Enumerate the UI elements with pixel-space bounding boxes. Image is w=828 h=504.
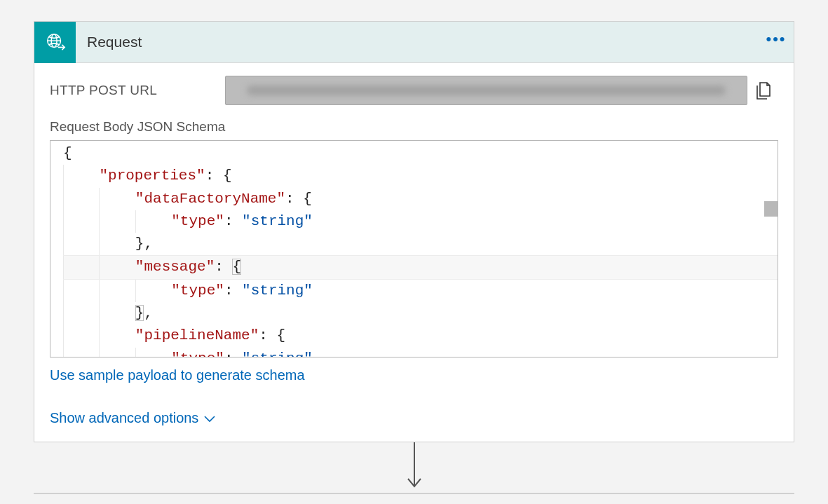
advanced-options-label: Show advanced options (50, 410, 198, 426)
chevron-down-icon (203, 414, 217, 423)
json-schema-editor[interactable]: { "properties": { "dataFactoryName": { "… (50, 140, 778, 357)
globe-arrow-icon (34, 22, 76, 63)
copy-url-button[interactable] (747, 81, 778, 100)
card-menu-button[interactable]: ••• (759, 30, 794, 54)
http-post-url-label: HTTP POST URL (50, 83, 225, 98)
http-post-url-field[interactable] (225, 76, 747, 105)
next-card-edge (34, 493, 794, 494)
card-header: Request ••• (34, 22, 794, 63)
card-body: HTTP POST URL Request Body JSON Schema {… (34, 63, 794, 442)
copy-icon (754, 81, 772, 100)
schema-label: Request Body JSON Schema (50, 119, 778, 135)
card-title: Request (76, 34, 759, 50)
arrow-down-icon (404, 442, 425, 493)
url-redacted (247, 86, 726, 95)
http-post-url-row: HTTP POST URL (50, 76, 778, 105)
code-content: { "properties": { "dataFactoryName": { "… (50, 141, 778, 357)
sample-payload-link[interactable]: Use sample payload to generate schema (50, 367, 305, 383)
ellipsis-icon: ••• (766, 30, 786, 48)
show-advanced-options[interactable]: Show advanced options (50, 410, 778, 426)
request-card: Request ••• HTTP POST URL Request Body J… (34, 21, 794, 442)
flow-connector (34, 442, 794, 493)
